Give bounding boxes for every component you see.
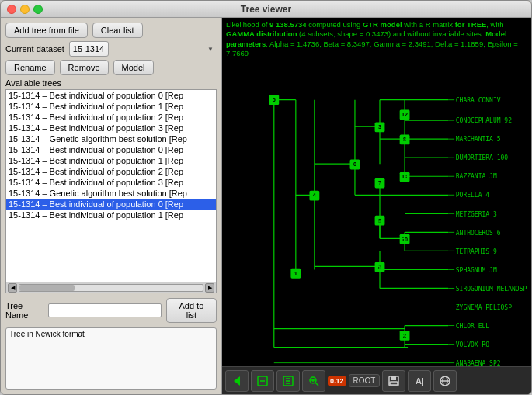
info-text: Likelihood of 9 138.5734 computed using … — [226, 20, 518, 57]
tree-item[interactable]: 15-1314 – Best individual of population … — [6, 90, 216, 101]
tree-item[interactable]: 15-1314 – Best individual of population … — [6, 166, 216, 177]
svg-text:CONOCEPHALUM 92: CONOCEPHALUM 92 — [456, 118, 512, 125]
svg-text:SIROGONIUM MELANOSP: SIROGONIUM MELANOSP — [456, 286, 527, 293]
svg-text:ANABAENA SP2: ANABAENA SP2 — [456, 360, 501, 366]
tree-item[interactable]: 15-1314 – Best individual of population … — [6, 123, 216, 133]
top-buttons: Add tree from file Clear list — [5, 23, 217, 38]
svg-text:SPHAGNUM JM: SPHAGNUM JM — [456, 267, 497, 274]
svg-text:CHLOR ELL: CHLOR ELL — [456, 323, 490, 330]
svg-rect-106 — [391, 376, 396, 380]
collapse-button[interactable] — [276, 370, 300, 392]
tree-item[interactable]: 15-1314 – Best individual of population … — [6, 177, 216, 188]
svg-text:ANTHOCEROS 6: ANTHOCEROS 6 — [456, 230, 501, 237]
traffic-lights — [7, 5, 43, 14]
svg-text:METZGERIA 3: METZGERIA 3 — [456, 211, 497, 218]
newick-box: Tree in Newick format — [5, 327, 217, 390]
svg-text:CHARA CONNIV: CHARA CONNIV — [456, 97, 501, 104]
remove-button[interactable]: Remove — [60, 60, 109, 75]
tree-name-input[interactable] — [48, 303, 162, 317]
tree-item[interactable]: 15-1314 – Best individual of population … — [6, 199, 216, 210]
window-title: Tree viewer — [241, 4, 291, 15]
navigate-left-button[interactable] — [225, 370, 249, 392]
title-bar: Tree viewer — [1, 1, 531, 18]
root-button[interactable]: ROOT — [349, 374, 381, 387]
tree-item[interactable]: 15-1314 – Best individual of population … — [6, 101, 216, 112]
expand-button[interactable] — [251, 370, 274, 392]
main-content: Add tree from file Clear list Current da… — [1, 18, 531, 394]
svg-text:11: 11 — [402, 174, 408, 181]
action-buttons: Rename Remove Model — [5, 60, 217, 75]
newick-content[interactable] — [6, 340, 216, 343]
globe-button[interactable] — [433, 370, 457, 392]
svg-text:12: 12 — [402, 112, 408, 119]
svg-text:5: 5 — [273, 96, 276, 103]
font-button[interactable]: A| — [408, 370, 431, 392]
horizontal-scrollbar[interactable]: ◀ ▶ — [6, 282, 216, 293]
dataset-row: Current dataset 15-1314 ▼ — [5, 41, 217, 57]
dataset-label: Current dataset — [5, 44, 64, 54]
main-window: Tree viewer Add tree from file Clear lis… — [0, 0, 532, 395]
clear-list-button[interactable]: Clear list — [92, 23, 143, 38]
tree-svg: 5 1 4 0 — [222, 61, 531, 366]
select-arrow-icon: ▼ — [207, 46, 214, 53]
tree-item[interactable]: 15-1314 – Best individual of population … — [6, 112, 216, 123]
tree-item[interactable]: 15-1314 – Best individual of population … — [6, 155, 216, 166]
dataset-select[interactable]: 15-1314 — [69, 41, 109, 57]
dataset-select-wrapper: 15-1314 ▼ — [69, 41, 217, 57]
trees-section-label: Available trees — [5, 78, 217, 88]
trees-box: Available trees 15-1314 – Best individua… — [5, 78, 217, 293]
svg-text:3: 3 — [378, 124, 381, 131]
scroll-thumb — [19, 285, 75, 291]
svg-text:1: 1 — [294, 270, 297, 277]
svg-text:VOLVOX RO: VOLVOX RO — [456, 341, 490, 348]
close-button[interactable] — [7, 5, 16, 14]
scale-badge: 0.12 — [328, 376, 346, 386]
svg-text:MARCHANTIA 5: MARCHANTIA 5 — [456, 137, 501, 144]
zoom-button[interactable] — [302, 370, 325, 392]
tree-item[interactable]: 15-1314 – Genetic algorithm best solutio… — [6, 133, 216, 144]
add-tree-button[interactable]: Add tree from file — [5, 23, 88, 38]
save-button[interactable] — [382, 370, 405, 392]
right-panel: Likelihood of 9 138.5734 computed using … — [222, 18, 531, 394]
info-bar: Likelihood of 9 138.5734 computed using … — [222, 18, 531, 61]
model-button[interactable]: Model — [113, 60, 154, 75]
scroll-track[interactable] — [19, 284, 203, 292]
left-panel: Add tree from file Clear list Current da… — [1, 18, 222, 394]
tree-item[interactable]: 15-1314 – Best individual of population … — [6, 144, 216, 155]
trees-list[interactable]: 15-1314 – Best individual of population … — [6, 90, 216, 282]
svg-line-102 — [315, 383, 318, 386]
tree-name-row: Tree Name Add to list — [5, 298, 217, 323]
tree-canvas: 5 1 4 0 — [222, 61, 531, 366]
svg-text:DUMORTIERA 100: DUMORTIERA 100 — [456, 155, 509, 162]
scroll-right-arrow[interactable]: ▶ — [205, 283, 214, 293]
svg-text:ZYGNEMA PELIOSP: ZYGNEMA PELIOSP — [456, 304, 512, 311]
svg-marker-94 — [234, 376, 240, 386]
add-to-list-button[interactable]: Add to list — [166, 298, 217, 323]
svg-rect-107 — [390, 382, 398, 385]
bottom-toolbar: 0.12 ROOT A| — [222, 366, 531, 394]
svg-text:PORELLA 4: PORELLA 4 — [456, 192, 490, 199]
rename-button[interactable]: Rename — [5, 60, 55, 75]
svg-text:0: 0 — [353, 161, 356, 168]
scroll-left-arrow[interactable]: ◀ — [8, 283, 17, 293]
tree-item[interactable]: 15-1314 – Best individual of population … — [6, 210, 216, 220]
maximize-button[interactable] — [33, 5, 43, 14]
minimize-button[interactable] — [20, 5, 30, 14]
svg-text:4: 4 — [313, 192, 316, 199]
trees-list-container: 15-1314 – Best individual of population … — [5, 89, 217, 293]
svg-text:BAZZANIA JM: BAZZANIA JM — [456, 174, 497, 181]
tree-item[interactable]: 15-1314 – Genetic algorithm best solutio… — [6, 188, 216, 199]
newick-label: Tree in Newick format — [6, 328, 216, 340]
tree-name-label: Tree Name — [5, 301, 43, 320]
svg-text:TETRAPHIS 9: TETRAPHIS 9 — [456, 248, 497, 255]
